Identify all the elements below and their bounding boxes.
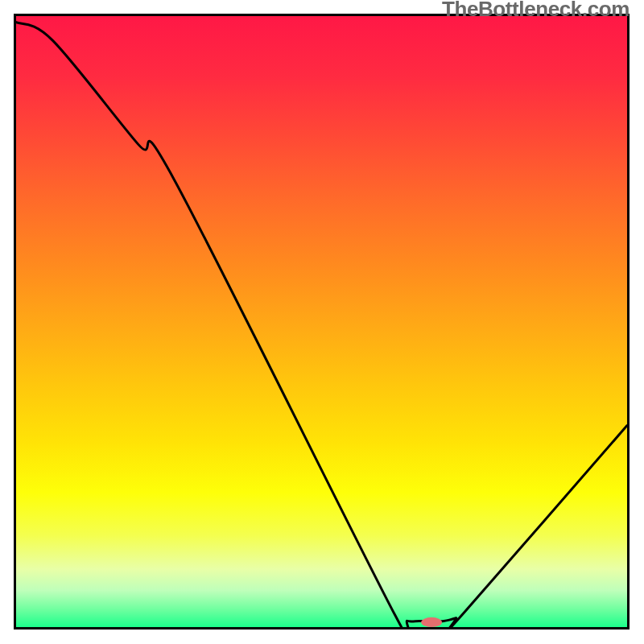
watermark-text: TheBottleneck.com [442,0,630,22]
optimal-point-marker [421,617,442,627]
bottleneck-chart [16,16,627,627]
chart-frame [14,14,630,630]
